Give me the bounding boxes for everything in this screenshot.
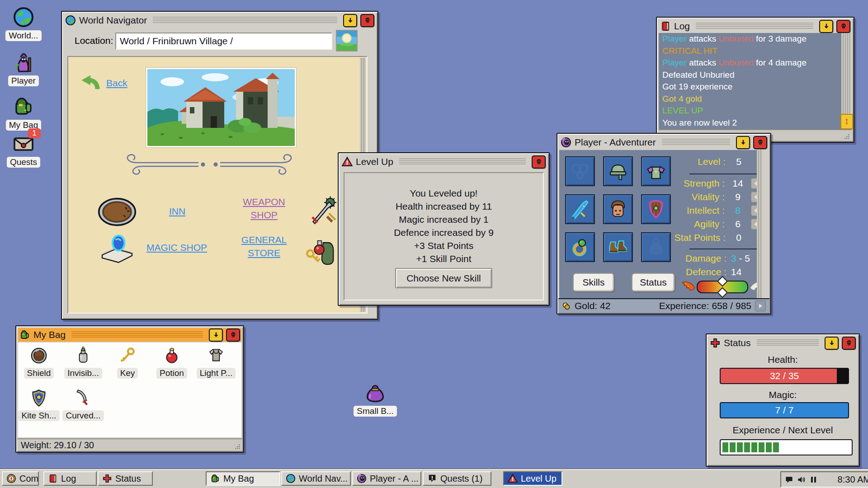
player-titlebar[interactable]: Player - Adventurer xyxy=(559,136,769,149)
world-navigator-titlebar[interactable]: World Navigator xyxy=(64,14,376,27)
desktop-icon-quests[interactable]: 1Quests xyxy=(3,133,44,168)
scroll-right-button[interactable] xyxy=(755,300,766,311)
level-up-message: You Leveled up! xyxy=(344,187,543,200)
minimize-arrow-icon xyxy=(212,331,220,338)
log-titlebar[interactable]: Log xyxy=(659,19,852,33)
necklace-ghost-icon xyxy=(570,161,590,182)
bag-item-invisib[interactable]: Invisib... xyxy=(62,346,104,379)
bag-item-curved[interactable]: Curved... xyxy=(62,389,104,421)
desktop-item-small-bag[interactable]: Small B... xyxy=(349,384,401,417)
experience-amount: Experience: 658 / 985 xyxy=(659,300,751,311)
taskbar-button-log[interactable]: Log xyxy=(43,471,97,486)
titlebar-stripes xyxy=(696,23,813,30)
my-bag-titlebar[interactable]: My Bag xyxy=(18,328,241,342)
globe-icon xyxy=(286,474,296,483)
level-up-message: +1 Skill Point xyxy=(344,252,543,265)
close-button[interactable] xyxy=(226,328,240,342)
equip-slot-weapon[interactable] xyxy=(565,194,595,224)
desktop-icon-world[interactable]: World... xyxy=(3,6,44,41)
bag-item-potion[interactable]: Potion xyxy=(151,346,193,379)
magic-value: 7 / 7 xyxy=(721,403,848,418)
speaker-icon[interactable] xyxy=(797,475,806,484)
equip-slot-boots[interactable] xyxy=(603,232,633,262)
close-button[interactable] xyxy=(360,14,374,27)
resize-grip[interactable] xyxy=(234,443,241,450)
equip-slot-helmet[interactable] xyxy=(603,156,633,186)
close-button[interactable] xyxy=(753,136,767,149)
globe-icon xyxy=(13,6,34,28)
taskbar-button-levelup[interactable]: Level Up xyxy=(503,471,562,486)
pause-icon[interactable] xyxy=(809,475,818,484)
resize-grip[interactable] xyxy=(843,133,850,140)
titlebar-stripes xyxy=(71,331,203,338)
damage-row: Damage : 3 - 5 xyxy=(650,253,762,264)
experience-block xyxy=(730,442,736,452)
devil-wing-icon xyxy=(680,280,697,294)
minimize-button[interactable] xyxy=(825,337,839,350)
desktop-icon-player[interactable]: Player xyxy=(3,52,44,86)
level-label: Level : xyxy=(650,156,726,167)
skills-button[interactable]: Skills xyxy=(573,273,614,292)
location-input[interactable] xyxy=(115,33,332,50)
window-title: Level Up xyxy=(356,156,393,167)
log-text: Got 19 experience xyxy=(662,82,732,91)
scroll-updown-button[interactable] xyxy=(840,114,853,129)
skull-close-icon xyxy=(840,23,847,30)
red-cross-icon xyxy=(710,338,721,348)
scrollbar-track[interactable] xyxy=(757,150,762,298)
back-link[interactable]: Back xyxy=(106,78,127,89)
taskbar-button-status[interactable]: Status xyxy=(98,471,153,486)
equip-slot-necklace[interactable] xyxy=(565,156,595,186)
titlebar-stripes xyxy=(757,339,819,347)
log-line: Got 19 experience xyxy=(662,81,844,93)
magic-shop-link[interactable]: MAGIC SHOP xyxy=(136,242,217,253)
globe-icon xyxy=(65,15,76,26)
backpack-icon xyxy=(13,96,34,117)
equip-slot-ring[interactable] xyxy=(565,232,595,262)
close-button[interactable] xyxy=(532,155,546,169)
weapon-shop-link[interactable]: WEAPON SHOP xyxy=(232,195,296,221)
bag-item-key[interactable]: Key xyxy=(107,346,148,379)
level-up-titlebar[interactable]: Level Up xyxy=(340,155,547,169)
bottle-icon xyxy=(74,346,93,365)
taskbar-button-label: World Nav... xyxy=(299,474,348,484)
taskbar-button-quests1[interactable]: Quests (1) xyxy=(423,471,491,486)
choose-new-skill-button[interactable]: Choose New Skill xyxy=(395,268,492,288)
compass-icon xyxy=(6,474,16,483)
log-scrollbar[interactable] xyxy=(840,33,852,129)
bag-item-label: Potion xyxy=(156,368,187,379)
taskbar-button-com[interactable]: Com xyxy=(2,471,39,486)
bag-item-shield[interactable]: Shield xyxy=(18,346,60,379)
equip-slot-character[interactable] xyxy=(603,194,633,224)
separator xyxy=(689,174,762,174)
inn-link[interactable]: INN xyxy=(157,206,198,217)
potion-icon xyxy=(162,346,181,365)
system-tray: 8:30 AM xyxy=(780,471,868,488)
minimize-button[interactable] xyxy=(819,20,833,33)
minimize-button[interactable] xyxy=(209,328,223,342)
speech-icon[interactable] xyxy=(785,475,793,484)
status-titlebar[interactable]: Status xyxy=(708,336,857,350)
close-button[interactable] xyxy=(836,20,850,33)
level-up-panel: You Leveled up!Health increased by 11Mag… xyxy=(344,172,544,300)
desktop-icon-label: Quests xyxy=(7,157,40,168)
status-button[interactable]: Status xyxy=(632,273,675,292)
skull-close-icon xyxy=(757,139,764,146)
experience-block xyxy=(751,442,757,452)
taskbar-button-worldnav[interactable]: World Nav... xyxy=(281,471,351,486)
minimize-button[interactable] xyxy=(343,14,357,27)
bag-item-kitesh[interactable]: Kite Sh... xyxy=(18,389,60,421)
desktop-icon-my-bag[interactable]: My Bag xyxy=(3,96,44,131)
key-icon xyxy=(118,346,137,365)
bag-item-lightp[interactable]: Light P... xyxy=(195,346,237,379)
general-store-link[interactable]: GENERAL STORE xyxy=(232,233,296,259)
back-arrow-icon[interactable] xyxy=(80,73,100,93)
buckler-icon xyxy=(29,346,48,365)
minimize-button[interactable] xyxy=(736,136,750,149)
taskbar-button-mybag[interactable]: My Bag xyxy=(206,471,280,486)
warning-triangle-icon xyxy=(342,156,353,167)
close-button[interactable] xyxy=(842,337,856,350)
skull-close-icon xyxy=(364,17,371,24)
bag-item-grid: ShieldInvisib...KeyPotionLight P...Kite … xyxy=(18,343,241,437)
taskbar-button-playera[interactable]: Player - A ... xyxy=(352,471,421,486)
